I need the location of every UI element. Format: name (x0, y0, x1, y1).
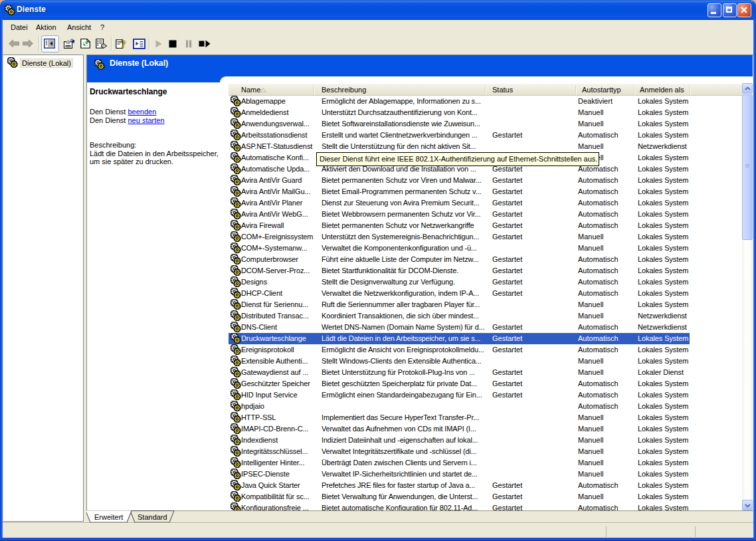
svg-text:Erweitert: Erweitert (94, 513, 123, 521)
svg-text:?: ? (121, 39, 126, 49)
svg-text:Standard: Standard (138, 513, 167, 521)
